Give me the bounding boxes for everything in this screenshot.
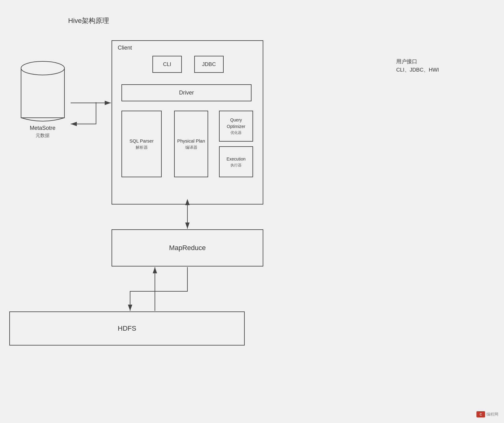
query-optimizer-line2: Optimizer [227, 123, 245, 130]
csdn-logo: C [476, 411, 485, 417]
client-box: Client CLI JDBC Driver SQL Parser 解析器 Ph… [112, 40, 263, 205]
sql-parser-box: SQL Parser 解析器 [121, 111, 162, 177]
mapreduce-label: MapReduce [169, 244, 206, 252]
sql-parser-label-zh: 解析器 [136, 144, 148, 151]
metastore-label-zh: 元数据 [17, 133, 68, 139]
annotation-line2: CLI、JDBC、HWI [396, 66, 439, 74]
watermark-text: 编程网 [486, 412, 498, 417]
execution-label-zh: 执行器 [230, 162, 242, 168]
sql-parser-label-en: SQL Parser [129, 138, 154, 145]
driver-box: Driver [121, 84, 252, 101]
execution-label-en: Execution [226, 156, 245, 162]
driver-label: Driver [179, 90, 194, 96]
hdfs-box: HDFS [9, 311, 245, 346]
svg-rect-0 [21, 68, 64, 118]
metastore-container: MetaSotre 元数据 [17, 57, 68, 139]
query-optimizer-line1: Query [230, 117, 242, 123]
right-annotation: 用户接口 CLI、JDBC、HWI [396, 57, 439, 74]
query-optimizer-zh: 优化器 [230, 130, 242, 135]
physical-plan-box: Physical Plan 编译器 [174, 111, 208, 177]
mapreduce-to-hdfs-arrow [130, 267, 187, 311]
physical-plan-label-zh: 编译器 [185, 144, 197, 151]
hdfs-label: HDFS [118, 324, 136, 333]
page-container: Hive架构原理 用户接口 CLI、JDBC、HWI MetaSotre 元数据… [0, 0, 504, 423]
cli-label: CLI [163, 61, 171, 68]
execution-box: Execution 执行器 [219, 146, 253, 177]
physical-plan-label-en: Physical Plan [177, 138, 205, 145]
mapreduce-box: MapReduce [112, 229, 263, 267]
jdbc-label: JDBC [202, 61, 216, 68]
client-to-metastore-arrow [71, 102, 96, 124]
metastore-label-en: MetaSotre [17, 125, 68, 131]
metastore-cylinder [20, 57, 66, 122]
jdbc-box: JDBC [194, 56, 224, 73]
annotation-line1: 用户接口 [396, 57, 439, 66]
watermark: C 编程网 [476, 411, 498, 417]
page-title: Hive架构原理 [68, 16, 109, 25]
csdn-text: C [480, 413, 482, 416]
cli-box: CLI [152, 56, 182, 73]
client-label: Client [118, 45, 132, 51]
svg-point-1 [21, 61, 64, 75]
query-optimizer-box: Query Optimizer 优化器 [219, 111, 253, 142]
